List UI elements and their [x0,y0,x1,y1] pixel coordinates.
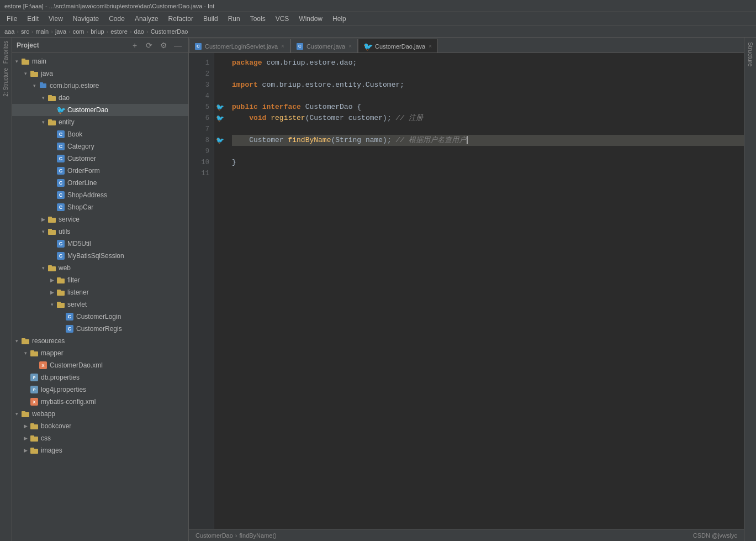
breadcrumb-item-main[interactable]: main [35,28,49,35]
menu-item-view[interactable]: View [44,14,67,24]
tree-arrow: ▾ [30,83,39,88]
tree-item-utils[interactable]: ▾utils [12,225,188,238]
tree-item-customerlogin[interactable]: CCustomerLogin [12,311,188,323]
tree-icon-folder [56,300,65,309]
tree-item-db-properties[interactable]: Pdb.properties [12,371,188,384]
tree-label: css [41,434,51,442]
menu-item-run[interactable]: Run [224,14,245,24]
breadcrumb-item-estore[interactable]: estore [110,28,128,35]
code-editor[interactable]: 1234567891011 🐦🐦🐦 package com.briup.esto… [189,53,744,529]
breadcrumb-item-aaa[interactable]: aaa [4,28,14,35]
tree-item-md5util[interactable]: CMD5Util [12,238,188,250]
tree-item-orderline[interactable]: COrderLine [12,177,188,189]
tree-item-mapper[interactable]: ▾mapper [12,347,188,359]
breadcrumb-item-briup[interactable]: briup [91,28,104,35]
tab-label: CustomerDao.java [375,43,425,50]
gutter-icon-11 [214,168,225,179]
tree-label: utils [59,228,70,235]
tree-icon-folder [21,409,30,418]
tree-item-shopcar[interactable]: CShopCar [12,201,188,213]
sidebar-settings-btn[interactable]: ⚙ [157,40,170,51]
breadcrumb-item-customerdao[interactable]: CustomerDao [151,28,188,35]
tab-close-btn[interactable]: × [348,44,352,49]
tree-arrow: ▾ [12,59,21,64]
tree-arrow: ▶ [39,217,47,222]
tree-item-filter[interactable]: ▶filter [12,274,188,286]
tree-item-customerregis[interactable]: CCustomerRegis [12,323,188,335]
editor-tab-bar: CCustomerLoginServlet.java×CCustomer.jav… [189,38,744,53]
breadcrumb-item-java[interactable]: java [55,28,66,35]
menu-item-analyze[interactable]: Analyze [130,14,163,24]
menu-item-build[interactable]: Build [199,14,223,24]
tree-item-css[interactable]: ▶css [12,432,188,444]
left-edge-favorites[interactable]: Favorites [3,39,9,66]
tree-item-java[interactable]: ▾java [12,67,188,80]
breadcrumb-item-src[interactable]: src [21,28,29,35]
tab-label: CustomerLoginServlet.java [205,43,278,50]
svg-rect-7 [48,95,52,97]
tree-item-service[interactable]: ▶service [12,213,188,225]
tree-item-mybatis-config-xml[interactable]: Xmybatis-config.xml [12,396,188,408]
tree-item-book[interactable]: CBook [12,128,188,140]
line-number: 8 [189,135,209,146]
tree-item-web[interactable]: ▾web [12,262,188,274]
tree-item-dao[interactable]: ▾dao [12,92,188,104]
tree-item-log4j-properties[interactable]: Plog4j.properties [12,384,188,396]
menu-item-edit[interactable]: Edit [23,14,43,24]
tree-icon-xml: X [39,361,47,370]
tree-label: CustomerLogin [76,313,121,321]
tree-label: Customer [67,155,96,162]
title-text: estore [F:\aaa] - ...\src\main\java\com\… [4,3,214,9]
tree-item-customer[interactable]: CCustomer [12,153,188,165]
breadcrumb-item-dao[interactable]: dao [134,28,144,35]
tree-item-servlet[interactable]: ▾servlet [12,298,188,311]
tab-customer[interactable]: CCustomer.java× [290,39,358,53]
menu-item-refactor[interactable]: Refactor [164,14,198,24]
sidebar-toolbar: Project + ⟳ ⚙ — [12,38,188,53]
menu-item-code[interactable]: Code [104,14,129,24]
tree-item-com-briup-estore[interactable]: ▾com.briup.estore [12,80,188,92]
breadcrumb-item-com[interactable]: com [73,28,84,35]
menu-item-vcs[interactable]: VCS [271,14,294,24]
tree-item-shopaddress[interactable]: CShopAddress [12,189,188,201]
tree-icon-folder [30,349,39,358]
tree-item-mybatissqlsession[interactable]: CMyBatisSqlSession [12,250,188,262]
tree-item-category[interactable]: CCategory [12,140,188,153]
code-content[interactable]: package com.briup.estore.dao;import com.… [225,53,744,529]
breadcrumb-separator: › [130,28,132,35]
tree-item-webapp[interactable]: ▾webapp [12,408,188,420]
line-number: 7 [189,124,209,135]
svg-rect-23 [22,338,25,340]
breadcrumb-separator: › [17,28,19,35]
tree-item-orderform[interactable]: COrderForm [12,165,188,177]
tree-icon-folder [21,337,30,345]
tree-item-listener[interactable]: ▶listener [12,286,188,298]
tab-customerloginservlet[interactable]: CCustomerLoginServlet.java× [189,39,290,53]
tree-item-bookcover[interactable]: ▶bookcover [12,420,188,432]
line-number: 1 [189,57,209,69]
tree-item-main[interactable]: ▾main [12,55,188,67]
tree-icon-class: C [56,154,65,163]
tab-close-btn[interactable]: × [281,44,284,49]
menu-item-window[interactable]: Window [294,14,327,24]
menu-item-file[interactable]: File [2,14,22,24]
tree-item-images[interactable]: ▶images [12,444,188,456]
menu-item-tools[interactable]: Tools [246,14,270,24]
tree-label: listener [67,288,89,296]
tab-customerdao[interactable]: 🐦CustomerDao.java× [358,39,438,53]
line-number: 6 [189,113,209,124]
tree-item-customerdao-xml[interactable]: XCustomerDao.xml [12,359,188,371]
right-strip-structure[interactable]: Structure [747,40,754,69]
code-line-8: Customer findByName(String name); // 根据用… [232,135,744,146]
left-edge-structure[interactable]: 2: Structure [3,66,9,99]
tab-close-btn[interactable]: × [429,44,432,49]
sidebar-sync-btn[interactable]: ⟳ [143,40,155,51]
menu-item-help[interactable]: Help [328,14,351,24]
svg-rect-33 [30,448,34,450]
tree-item-customerdao[interactable]: 🐦CustomerDao [12,104,188,116]
tree-item-resoureces[interactable]: ▾resoureces [12,335,188,347]
menu-item-navigate[interactable]: Navigate [68,14,103,24]
tree-item-entity[interactable]: ▾entity [12,116,188,128]
sidebar-minimize-btn[interactable]: — [172,40,184,51]
sidebar-add-btn[interactable]: + [129,40,141,51]
